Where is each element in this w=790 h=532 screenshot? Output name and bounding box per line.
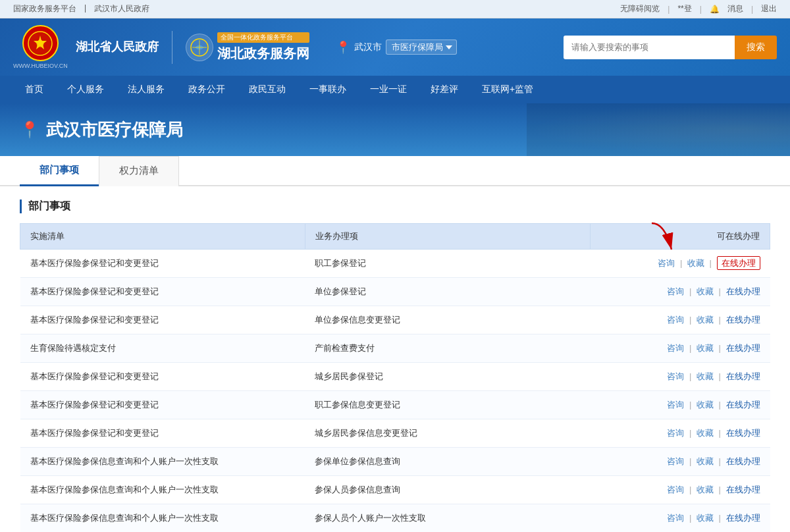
dept-selector[interactable]: 市医疗保障局 [386, 40, 457, 55]
cell-biz: 职工参保信息变更登记 [305, 391, 590, 419]
nav-interaction[interactable]: 政民互动 [237, 76, 298, 103]
consult-link[interactable]: 咨询 [667, 485, 684, 494]
cell-impl: 基本医疗保险参保登记和变更登记 [20, 306, 305, 334]
cell-impl: 基本医疗保险参保信息查询和个人账户一次性支取 [20, 448, 305, 476]
collect-link[interactable]: 收藏 [697, 371, 714, 381]
tab-dept-matters[interactable]: 部门事项 [20, 156, 99, 186]
sep1: | [687, 485, 694, 494]
sep2: | [716, 428, 724, 438]
gov-url-text: WWW.HUBEIOV.CN [13, 63, 68, 69]
online-handle-link[interactable]: 在线办理 [726, 428, 760, 438]
cell-impl: 基本医疗保险参保登记和变更登记 [20, 278, 305, 306]
sep2: | [716, 286, 724, 296]
table-row: 基本医疗保险参保信息查询和个人账户一次性支取参保人员参保信息查询咨询 | 收藏 … [20, 476, 770, 504]
online-handle-link[interactable]: 在线办理 [726, 456, 760, 466]
col-header-impl: 实施清单 [20, 224, 305, 250]
consult-link[interactable]: 咨询 [667, 343, 684, 353]
collect-link[interactable]: 收藏 [697, 428, 714, 438]
bell-icon: 🔔 [710, 5, 720, 14]
online-handle-link[interactable]: 在线办理 [726, 315, 760, 325]
nav-internet[interactable]: 互联网+监管 [470, 76, 545, 103]
collect-link[interactable]: 收藏 [697, 343, 714, 353]
tab-power-list[interactable]: 权力清单 [99, 156, 179, 186]
nav-license[interactable]: 一业一证 [358, 76, 419, 103]
cell-actions: 咨询 | 收藏 | 在线办理 [590, 306, 770, 334]
online-handle-link[interactable]: 在线办理 [717, 256, 760, 270]
search-button[interactable]: 搜索 [735, 36, 777, 59]
nav-combined[interactable]: 一事联办 [298, 76, 358, 103]
top-link-wuhan[interactable]: 武汉市人民政府 [94, 3, 149, 14]
collect-link[interactable]: 收藏 [697, 315, 714, 325]
dept-title: 武汉市医疗保障局 [46, 119, 183, 142]
online-handle-link[interactable]: 在线办理 [726, 343, 760, 353]
sep1: | [687, 315, 694, 325]
main-content: 部门事项 实施清单 业务办理项 可在线办理 基本医疗保险参保登记和变更登记职工参… [0, 186, 790, 532]
cell-biz: 单位参保登记 [305, 278, 590, 306]
online-handle-link[interactable]: 在线办理 [726, 513, 760, 523]
consult-link[interactable]: 咨询 [667, 315, 684, 325]
nav-open[interactable]: 政务公开 [176, 76, 237, 103]
consult-link[interactable]: 咨询 [667, 371, 684, 381]
cell-impl: 基本医疗保险参保登记和变更登记 [20, 250, 305, 278]
sep2: | [716, 400, 724, 410]
consult-link[interactable]: 咨询 [667, 428, 684, 438]
top-link-message[interactable]: 消息 [727, 3, 743, 14]
cell-biz: 城乡居民参保信息变更登记 [305, 419, 590, 448]
sep1: | [687, 513, 694, 523]
sep2: | [716, 371, 724, 381]
nav-personal[interactable]: 个人服务 [55, 76, 116, 103]
top-bar: 国家政务服务平台 | 武汉市人民政府 无障碍阅览 | **登 | 🔔 消息 | … [0, 0, 790, 18]
cell-biz: 职工参保登记 [305, 250, 590, 278]
cell-actions: 咨询 | 收藏 | 在线办理 [590, 476, 770, 504]
cell-actions: 咨询 | 收藏 | 在线办理 [590, 363, 770, 391]
cell-actions: 咨询 | 收藏 | 在线办理 [590, 448, 770, 476]
sep2: | [716, 456, 724, 466]
online-handle-link[interactable]: 在线办理 [726, 286, 760, 296]
top-bar-left: 国家政务服务平台 | 武汉市人民政府 [13, 3, 149, 14]
nav-legal[interactable]: 法人服务 [116, 76, 176, 103]
sep1: | [687, 400, 694, 410]
consult-link[interactable]: 咨询 [667, 400, 684, 410]
collect-link[interactable]: 收藏 [697, 286, 714, 296]
nav-home[interactable]: 首页 [13, 76, 55, 103]
search-input[interactable] [564, 36, 735, 59]
collect-link[interactable]: 收藏 [697, 485, 714, 494]
consult-link[interactable]: 咨询 [658, 258, 675, 268]
cell-impl: 基本医疗保险参保信息查询和个人账户一次性支取 [20, 504, 305, 533]
online-handle-link[interactable]: 在线办理 [726, 485, 760, 494]
sep2: | [716, 485, 724, 494]
sep1: | [687, 456, 694, 466]
collect-link[interactable]: 收藏 [697, 513, 714, 523]
sep2: | [716, 513, 724, 523]
col-header-online: 可在线办理 [590, 224, 770, 250]
table-row: 基本医疗保险参保登记和变更登记单位参保登记咨询 | 收藏 | 在线办理 [20, 278, 770, 306]
table-row: 基本医疗保险参保信息查询和个人账户一次性支取参保人员个人账户一次性支取咨询 | … [20, 504, 770, 533]
sep1: | [687, 286, 694, 296]
top-link-logout[interactable]: 退出 [761, 3, 777, 14]
collect-link[interactable]: 收藏 [687, 258, 704, 268]
cell-biz: 参保单位参保信息查询 [305, 448, 590, 476]
sep2: | [716, 343, 724, 353]
collect-link[interactable]: 收藏 [697, 400, 714, 410]
cell-actions: 咨询 | 收藏 | 在线办理 [590, 334, 770, 363]
sep1: | [687, 371, 694, 381]
top-link-accessibility[interactable]: 无障碍阅览 [620, 3, 660, 14]
cell-biz: 参保人员个人账户一次性支取 [305, 504, 590, 533]
consult-link[interactable]: 咨询 [667, 513, 684, 523]
dept-pin-icon: 📍 [20, 120, 40, 139]
online-handle-link[interactable]: 在线办理 [726, 371, 760, 381]
top-link-login[interactable]: **登 [677, 3, 691, 14]
nav-rating[interactable]: 好差评 [419, 76, 470, 103]
top-bar-right: 无障碍阅览 | **登 | 🔔 消息 | 退出 [620, 3, 777, 14]
cell-impl: 基本医疗保险参保登记和变更登记 [20, 391, 305, 419]
cell-actions: 咨询 | 收藏 | 在线办理 [590, 504, 770, 533]
sep2: | [707, 258, 714, 268]
online-handle-link[interactable]: 在线办理 [726, 400, 760, 410]
table-container: 实施清单 业务办理项 可在线办理 基本医疗保险参保登记和变更登记职工参保登记咨询… [20, 223, 770, 532]
platform-logo-icon [186, 34, 213, 61]
top-link-national[interactable]: 国家政务服务平台 [13, 3, 76, 14]
consult-link[interactable]: 咨询 [667, 286, 684, 296]
consult-link[interactable]: 咨询 [667, 456, 684, 466]
collect-link[interactable]: 收藏 [697, 456, 714, 466]
cell-actions: 咨询 | 收藏 | 在线办理 [590, 278, 770, 306]
